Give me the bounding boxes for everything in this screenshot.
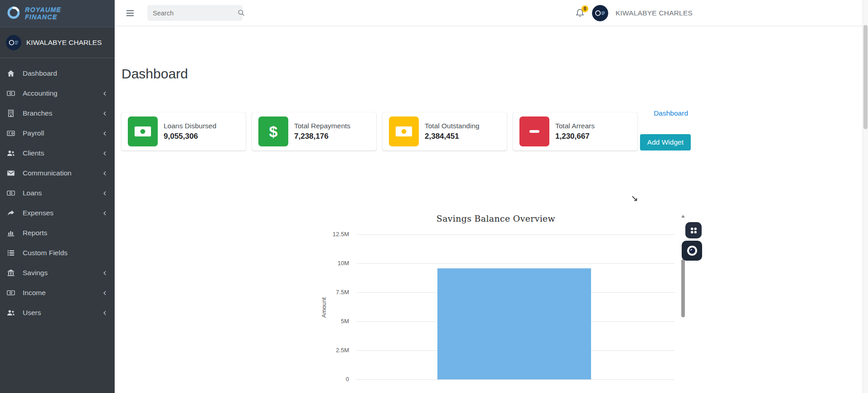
sidebar-item-communication[interactable]: Communication [0,163,115,183]
sidebar-item-branches[interactable]: Branches [0,103,115,123]
chevron-left-icon [102,290,108,296]
ytick-label: 10M [321,260,349,267]
chevron-left-icon [102,150,108,156]
chart-bar [437,268,591,379]
sidebar-nav: Dashboard Accounting Branches Payroll [0,58,115,323]
money-bill-icon [389,116,419,146]
brand-ring-icon [6,5,21,22]
brand-logo[interactable]: ROYAUME FINANCE [0,0,115,27]
stat-label: Total Arrears [555,122,595,130]
sidebar-item-users[interactable]: Users [0,303,115,323]
user-menu[interactable]: KIWALABYE CHARLES [616,9,693,17]
stat-label: Total Outstanding [425,122,480,130]
dollar-icon: $ [258,116,288,146]
search-icon[interactable] [238,9,245,17]
scroll-up-arrow-icon[interactable] [681,215,685,218]
y-axis-title: Amount [320,285,327,330]
money-bill-icon [7,289,18,297]
gridline [357,234,675,235]
ytick-label: 0 [321,376,349,383]
topbar-right: 0 KIWALABYE CHARLES [575,0,693,26]
inner-scrollbar-thumb[interactable] [681,259,685,317]
sidebar-item-expenses[interactable]: Expenses [0,203,115,223]
gridline [357,379,675,380]
grid-icon [690,227,698,234]
sidebar-item-reports[interactable]: Reports [0,223,115,243]
users-icon [7,149,18,157]
bank-icon [7,269,18,277]
sidebar-user-panel[interactable]: KIWALABYE CHARLES [0,27,115,58]
stat-cards-row: Loans Disbursed 9,055,306 $ Total Repaym… [121,112,861,150]
sidebar-item-income[interactable]: Income [0,283,115,303]
sidebar-item-dashboard[interactable]: Dashboard [0,63,115,83]
main-scrollbar-thumb[interactable] [863,25,868,129]
sidebar-item-custom-fields[interactable]: Custom Fields [0,243,115,263]
chart-bar-icon [7,229,18,237]
stat-card-total-repayments: $ Total Repayments 7,238,176 [252,112,376,150]
users-icon [7,309,18,317]
stat-value: 9,055,306 [164,132,216,141]
envelope-icon [7,169,18,177]
page-content: Dashboard Dashboard Add Widget Loans Dis… [115,66,868,392]
user-avatar[interactable] [592,5,608,21]
chevron-left-icon [102,91,108,97]
brand-name: ROYAUME FINANCE [25,6,61,20]
inner-scrollbar[interactable] [681,213,685,393]
chevron-left-icon [102,131,108,136]
money-bill-icon [7,189,18,197]
search-input[interactable] [153,10,238,17]
logo-widget-icon [686,245,698,257]
sidebar: ROYAUME FINANCE KIWALABYE CHARLES Dashbo… [0,0,115,393]
add-widget-button[interactable]: Add Widget [640,134,691,150]
minus-icon [519,116,549,146]
money-bill-icon [7,89,18,97]
user-avatar [6,35,21,50]
stat-card-total-outstanding: Total Outstanding 2,384,451 [383,112,507,150]
stat-value: 7,238,176 [294,132,350,141]
mouse-cursor-icon [631,195,639,204]
page-title: Dashboard [121,66,861,82]
widget-grid-button[interactable] [685,222,702,238]
sidebar-item-loans[interactable]: Loans [0,183,115,203]
search-box [147,5,242,21]
stat-value: 1,230,667 [555,132,595,141]
chat-widget-button[interactable] [682,241,702,261]
breadcrumb[interactable]: Dashboard [654,109,688,117]
gridline [357,263,675,264]
chevron-left-icon [102,190,108,196]
stat-card-loans-disbursed: Loans Disbursed 9,055,306 [121,112,246,150]
list-icon [7,249,18,257]
stat-card-total-arrears: Total Arrears 1,230,667 [513,112,637,150]
topbar: 0 KIWALABYE CHARLES [115,0,868,26]
notifications-button[interactable]: 0 [575,8,585,18]
menu-toggle-icon[interactable] [126,9,135,18]
share-icon [7,209,18,217]
notification-badge: 0 [582,5,588,12]
sidebar-item-clients[interactable]: Clients [0,143,115,163]
chevron-left-icon [102,111,108,116]
money-check-icon [7,129,18,137]
chevron-left-icon [102,210,108,216]
sidebar-item-accounting[interactable]: Accounting [0,83,115,103]
ytick-label: 2.5M [321,347,349,354]
chevron-left-icon [102,310,108,316]
money-bill-icon [128,116,158,146]
sidebar-user-name: KIWALABYE CHARLES [26,39,102,47]
main-scrollbar[interactable] [863,0,868,393]
chevron-left-icon [102,170,108,176]
stat-label: Loans Disbursed [164,122,216,130]
home-icon [7,69,18,78]
chevron-left-icon [102,270,108,276]
stat-label: Total Repayments [294,122,350,130]
sidebar-item-savings[interactable]: Savings [0,263,115,283]
ytick-label: 12.5M [321,231,349,238]
building-icon [7,109,18,117]
chart-title: Savings Balance Overview [360,213,632,223]
main-area: 0 KIWALABYE CHARLES Dashboard Dashboard … [115,0,868,393]
savings-chart: Savings Balance Overview 12.5M 10M 7.5M … [121,210,861,392]
stat-value: 2,384,451 [425,132,480,141]
sidebar-item-payroll[interactable]: Payroll [0,123,115,143]
